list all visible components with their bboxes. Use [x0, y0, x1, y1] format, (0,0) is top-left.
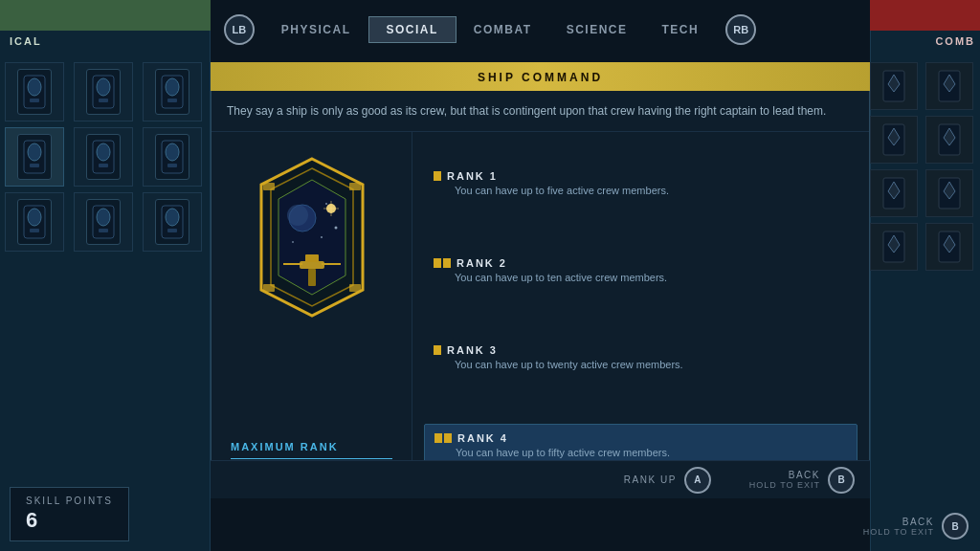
rank-item-1: RANK 1You can have up to five active cre… — [424, 163, 858, 204]
right-skill-icon-7[interactable] — [925, 223, 973, 271]
tab-science[interactable]: SCIENCE — [549, 17, 645, 42]
svg-point-22 — [97, 209, 110, 226]
svg-rect-20 — [30, 229, 39, 232]
svg-rect-23 — [99, 229, 108, 232]
right-skill-icon-0[interactable] — [870, 62, 918, 110]
skill-image-area: MAXIMUM RANK You have mastered this skil… — [212, 132, 412, 497]
svg-point-25 — [166, 209, 179, 226]
tab-social[interactable]: SOCIAL — [368, 16, 457, 43]
bottom-back-button[interactable]: B — [942, 513, 969, 540]
bottom-back-label: BACK — [863, 517, 934, 527]
svg-point-4 — [97, 78, 110, 96]
tab-tech[interactable]: TECH — [644, 17, 716, 42]
rank-up-text: RANK UP — [624, 474, 677, 485]
rank-up-button[interactable]: A — [684, 467, 711, 494]
rank-desc-3: You can have up to twenty active crew me… — [455, 359, 848, 370]
svg-point-50 — [321, 236, 323, 238]
svg-point-16 — [166, 143, 179, 161]
svg-rect-8 — [167, 99, 177, 102]
max-rank-label: MAXIMUM RANK — [231, 441, 392, 452]
tab-physical[interactable]: PHYSICAL — [264, 17, 368, 42]
rank-item-2: RANK 2You can have up to ten active crew… — [424, 250, 858, 291]
right-skill-icon-2[interactable] — [870, 116, 918, 164]
svg-rect-2 — [30, 99, 39, 102]
right-panel-bg: COMB — [870, 0, 980, 551]
back-sublabel: HOLD TO EXIT — [749, 480, 820, 490]
svg-rect-11 — [30, 164, 39, 167]
rank-up-action: RANK UP A — [624, 467, 711, 494]
rank-up-label: RANK UP — [624, 474, 677, 485]
svg-point-48 — [334, 227, 337, 230]
nav-tabs: LB PHYSICAL SOCIAL COMBAT SCIENCE TECH R… — [0, 14, 980, 45]
svg-rect-14 — [99, 164, 108, 167]
skill-detail-body: MAXIMUM RANK You have mastered this skil… — [212, 132, 869, 497]
right-skill-icon-4[interactable] — [870, 169, 918, 217]
svg-rect-57 — [305, 254, 319, 262]
bottom-back-text: BACK HOLD TO EXIT — [863, 517, 934, 537]
svg-rect-26 — [167, 229, 177, 232]
back-label: BACK — [749, 470, 820, 480]
left-skill-icon-4[interactable] — [74, 127, 133, 187]
skill-points-value: 6 — [26, 508, 113, 533]
left-panel-bg: ICAL — [0, 0, 211, 551]
rank-label-2: RANK 2 — [457, 257, 507, 269]
svg-point-13 — [97, 143, 110, 161]
bottom-back-sublabel: HOLD TO EXIT — [863, 527, 934, 537]
left-skill-icon-2[interactable] — [143, 62, 202, 121]
rb-button[interactable]: RB — [725, 14, 756, 45]
skill-description: They say a ship is only as good as its c… — [212, 91, 869, 132]
action-bar: RANK UP A BACK HOLD TO EXIT B — [211, 460, 870, 498]
left-skill-icon-3[interactable] — [5, 127, 64, 187]
svg-rect-56 — [300, 261, 324, 269]
svg-point-52 — [287, 205, 308, 226]
right-skill-icon-3[interactable] — [925, 116, 973, 164]
max-rank-divider — [231, 458, 392, 459]
svg-point-10 — [28, 143, 41, 161]
svg-rect-5 — [99, 99, 108, 102]
right-skill-icon-1[interactable] — [925, 62, 973, 110]
skill-title-bar: SHIP COMMAND — [211, 62, 870, 91]
left-skill-icon-6[interactable] — [5, 192, 64, 252]
svg-rect-62 — [349, 183, 361, 190]
rank-label-1: RANK 1 — [447, 170, 498, 182]
bottom-back-group: BACK HOLD TO EXIT B — [863, 513, 969, 540]
left-skill-icon-5[interactable] — [143, 127, 202, 187]
left-skill-icon-7[interactable] — [74, 192, 133, 252]
rank-desc-2: You can have up to ten active crew membe… — [455, 272, 848, 283]
svg-point-47 — [325, 203, 327, 205]
svg-rect-63 — [263, 284, 275, 292]
skill-points-box: SKILL POINTS 6 — [10, 487, 129, 541]
back-text: BACK HOLD TO EXIT — [749, 470, 820, 490]
skill-artwork — [250, 151, 374, 323]
left-skill-icon-1[interactable] — [74, 62, 133, 121]
svg-point-1 — [28, 78, 41, 96]
svg-point-7 — [166, 78, 179, 96]
rank-label-4: RANK 4 — [457, 432, 508, 444]
svg-rect-17 — [167, 164, 177, 167]
rank-item-3: RANK 3You can have up to twenty active c… — [424, 337, 858, 378]
right-skill-icon-5[interactable] — [925, 169, 973, 217]
right-skill-icon-6[interactable] — [870, 223, 918, 271]
skill-points-label: SKILL POINTS — [26, 496, 113, 506]
ranks-area: RANK 1You can have up to five active cre… — [412, 132, 869, 497]
right-skill-grid — [870, 62, 975, 271]
rank-label-3: RANK 3 — [447, 344, 498, 356]
left-skill-icon-0[interactable] — [5, 62, 64, 121]
rank-desc-4: You can have up to fifty active crew mem… — [456, 447, 847, 458]
svg-rect-61 — [263, 183, 275, 190]
skill-content-area: They say a ship is only as good as its c… — [211, 91, 870, 498]
lb-button[interactable]: LB — [224, 14, 255, 45]
rank-desc-1: You can have up to five active crew memb… — [455, 185, 848, 196]
svg-rect-58 — [308, 269, 316, 286]
skill-detail-panel: SHIP COMMAND They say a ship is only as … — [211, 62, 870, 498]
left-skill-grid — [5, 62, 206, 252]
svg-point-19 — [28, 209, 41, 226]
skill-title: SHIP COMMAND — [478, 71, 603, 84]
svg-rect-64 — [349, 284, 361, 292]
back-button[interactable]: B — [828, 467, 855, 494]
svg-point-49 — [292, 241, 294, 243]
back-action: BACK HOLD TO EXIT B — [749, 467, 855, 494]
tab-combat[interactable]: COMBAT — [457, 17, 549, 42]
left-skill-icon-8[interactable] — [143, 192, 202, 252]
